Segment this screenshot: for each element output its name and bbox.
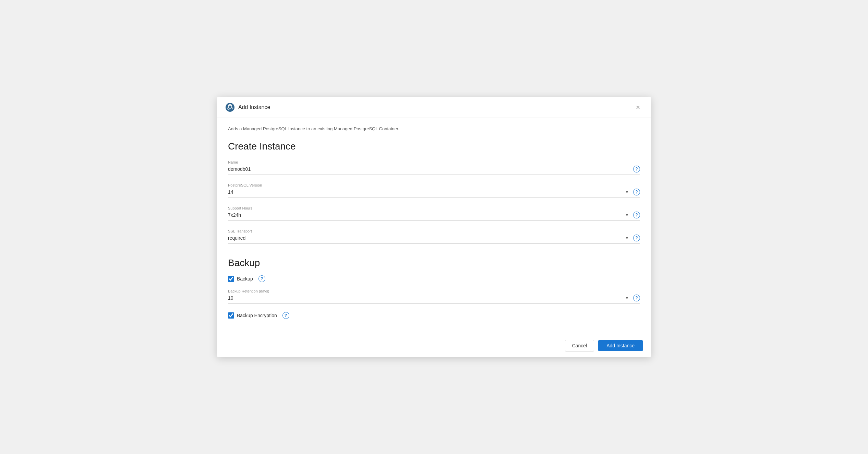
postgres-version-field: PostgreSQL Version 14 13 12 11 ▼ ? xyxy=(228,183,640,198)
backup-checkbox-label: Backup xyxy=(237,276,253,282)
ssl-transport-label: SSL Transport xyxy=(228,229,640,233)
backup-checkbox[interactable] xyxy=(228,276,234,282)
name-help-icon[interactable]: ? xyxy=(633,166,640,172)
backup-encryption-checkbox[interactable] xyxy=(228,312,234,319)
modal-header: Add Instance × xyxy=(217,97,651,118)
name-input[interactable] xyxy=(228,166,630,172)
add-instance-modal: Add Instance × Adds a Managed PostgreSQL… xyxy=(217,97,651,357)
support-hours-select[interactable]: 7x24h Business Hours xyxy=(228,212,625,218)
ssl-transport-field: SSL Transport required optional disabled… xyxy=(228,229,640,244)
support-hours-help-icon[interactable]: ? xyxy=(633,212,640,218)
postgres-version-help-icon[interactable]: ? xyxy=(633,189,640,195)
postgres-version-field-row: 14 13 12 11 ▼ ? xyxy=(228,189,640,198)
close-button[interactable]: × xyxy=(633,103,643,112)
backup-checkbox-row: Backup ? xyxy=(228,275,640,282)
create-instance-title: Create Instance xyxy=(228,141,640,152)
cancel-button[interactable]: Cancel xyxy=(565,340,594,351)
modal-body: Adds a Managed PostgreSQL Instance to an… xyxy=(217,118,651,334)
ssl-transport-dropdown-arrow: ▼ xyxy=(625,236,629,240)
backup-retention-label: Backup Retention (days) xyxy=(228,289,640,293)
svg-point-4 xyxy=(230,105,232,106)
support-hours-field-row: 7x24h Business Hours ▼ ? xyxy=(228,212,640,221)
postgres-version-select[interactable]: 14 13 12 11 xyxy=(228,189,625,195)
backup-section-title: Backup xyxy=(228,258,640,268)
ssl-transport-field-row: required optional disabled ▼ ? xyxy=(228,235,640,244)
postgres-version-label: PostgreSQL Version xyxy=(228,183,640,187)
backup-retention-field: Backup Retention (days) 10 7 14 30 ▼ ? xyxy=(228,289,640,304)
name-field-row: ? xyxy=(228,166,640,175)
support-hours-dropdown-arrow: ▼ xyxy=(625,213,629,217)
backup-retention-select[interactable]: 10 7 14 30 xyxy=(228,295,625,301)
backup-encryption-label: Backup Encryption xyxy=(237,313,277,318)
postgres-version-dropdown-arrow: ▼ xyxy=(625,190,629,194)
name-field: Name ? xyxy=(228,160,640,175)
backup-encryption-help-icon[interactable]: ? xyxy=(282,312,289,319)
backup-encryption-checkbox-row: Backup Encryption ? xyxy=(228,312,640,319)
add-instance-button[interactable]: Add Instance xyxy=(598,340,643,351)
backup-retention-help-icon[interactable]: ? xyxy=(633,295,640,301)
support-hours-label: Support Hours xyxy=(228,206,640,210)
modal-header-left: Add Instance xyxy=(225,103,270,112)
svg-point-3 xyxy=(229,105,230,106)
modal-description: Adds a Managed PostgreSQL Instance to an… xyxy=(228,126,640,131)
modal-footer: Cancel Add Instance xyxy=(217,334,651,357)
ssl-transport-select[interactable]: required optional disabled xyxy=(228,235,625,241)
backup-help-icon[interactable]: ? xyxy=(258,275,265,282)
postgres-icon xyxy=(225,103,235,112)
backup-retention-field-row: 10 7 14 30 ▼ ? xyxy=(228,295,640,304)
modal-title: Add Instance xyxy=(238,104,270,110)
support-hours-field: Support Hours 7x24h Business Hours ▼ ? xyxy=(228,206,640,221)
name-label: Name xyxy=(228,160,640,164)
ssl-transport-help-icon[interactable]: ? xyxy=(633,235,640,241)
backup-retention-dropdown-arrow: ▼ xyxy=(625,296,629,300)
